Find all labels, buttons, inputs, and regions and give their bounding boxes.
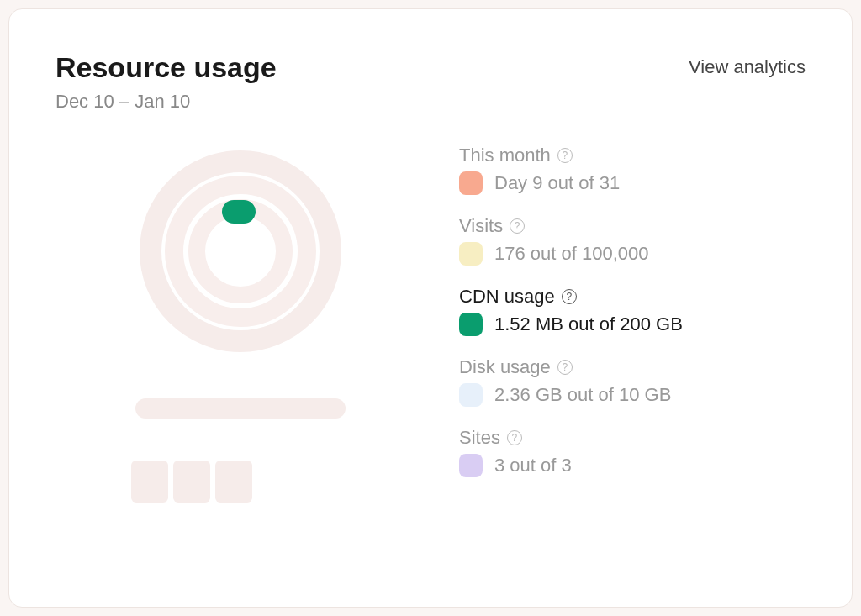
skeleton-block: [173, 461, 210, 503]
color-swatch: [459, 171, 483, 195]
metric-value: 3 out of 3: [494, 455, 572, 476]
donut-chart: [131, 146, 350, 356]
metric-cdn-usage[interactable]: CDN usage ? 1.52 MB out of 200 GB: [459, 286, 806, 336]
help-icon[interactable]: ?: [562, 289, 577, 304]
help-icon[interactable]: ?: [510, 218, 525, 234]
chart-column: [55, 138, 425, 503]
metric-this-month[interactable]: This month ? Day 9 out of 31: [459, 145, 806, 195]
help-icon[interactable]: ?: [557, 360, 573, 375]
view-analytics-link[interactable]: View analytics: [689, 51, 806, 78]
color-swatch: [459, 454, 483, 477]
metrics-list: This month ? Day 9 out of 31 Visits ? 17…: [459, 138, 806, 503]
metric-visits[interactable]: Visits ? 176 out of 100,000: [459, 215, 806, 266]
color-swatch: [459, 383, 483, 407]
metric-value: 1.52 MB out of 200 GB: [494, 313, 683, 335]
skeleton-blocks: [131, 461, 252, 503]
resource-usage-card: Resource usage View analytics Dec 10 – J…: [8, 8, 853, 608]
metric-label: Visits: [459, 215, 503, 237]
metric-label: This month: [459, 145, 551, 166]
metric-value: 176 out of 100,000: [494, 243, 649, 265]
skeleton-block: [131, 461, 168, 503]
card-content: This month ? Day 9 out of 31 Visits ? 17…: [55, 138, 806, 503]
help-icon[interactable]: ?: [507, 430, 522, 445]
color-swatch: [459, 313, 483, 336]
skeleton-block: [215, 461, 252, 503]
date-range: Dec 10 – Jan 10: [55, 91, 806, 113]
card-title: Resource usage: [55, 51, 277, 84]
skeleton-bar: [135, 398, 346, 419]
metric-disk-usage[interactable]: Disk usage ? 2.36 GB out of 10 GB: [459, 356, 806, 407]
metric-value: Day 9 out of 31: [494, 172, 620, 194]
donut-arc-cdn: [222, 200, 256, 224]
metric-sites[interactable]: Sites ? 3 out of 3: [459, 427, 806, 477]
metric-value: 2.36 GB out of 10 GB: [494, 384, 671, 406]
metric-label: Disk usage: [459, 356, 551, 378]
help-icon[interactable]: ?: [557, 148, 573, 163]
metric-label: CDN usage: [459, 286, 555, 308]
card-header: Resource usage View analytics: [55, 51, 806, 84]
color-swatch: [459, 242, 483, 266]
metric-label: Sites: [459, 427, 500, 449]
